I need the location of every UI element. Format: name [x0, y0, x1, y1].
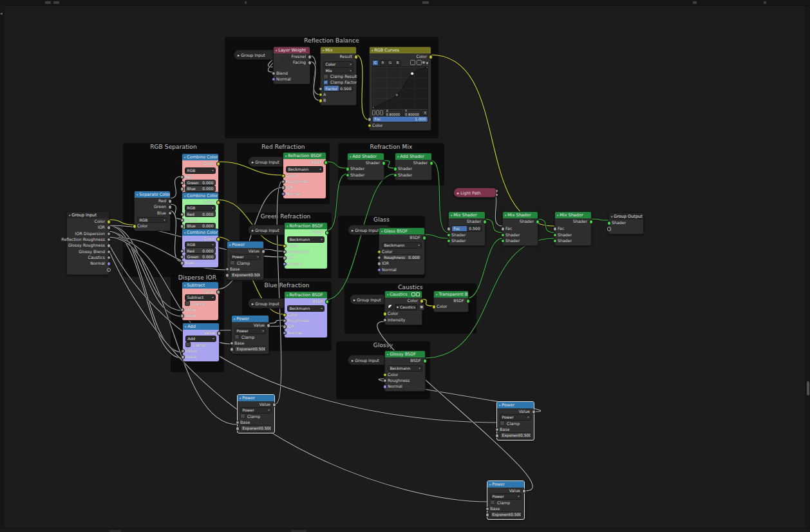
dropdown[interactable]: Mix▾: [323, 67, 353, 73]
socket-input-color[interactable]: [283, 313, 287, 317]
socket-output[interactable]: [495, 193, 498, 196]
socket-input-fac[interactable]: [368, 117, 372, 121]
slider-exponent[interactable]: Exponent0.500: [500, 432, 531, 439]
node-header[interactable]: ▾Power: [232, 316, 268, 322]
socket-input-roughness[interactable]: [377, 256, 381, 260]
collapse-icon[interactable]: ▾: [350, 155, 351, 158]
socket-input-color[interactable]: [383, 312, 387, 316]
socket-input-fac[interactable]: [501, 227, 505, 231]
socket-input-shader[interactable]: [501, 239, 505, 243]
socket-input-shader[interactable]: [393, 167, 397, 171]
slider-roughness[interactable]: Roughness0.000: [382, 254, 422, 261]
socket-input-fac[interactable]: [447, 227, 451, 231]
socket-input-normal[interactable]: [281, 192, 285, 196]
socket-input-green[interactable]: [180, 218, 184, 222]
socket-input-shader[interactable]: [607, 221, 611, 225]
collapse-icon[interactable]: ▸: [252, 228, 254, 233]
node-combine-color-blue[interactable]: ▾Combine ColorColorRGB▾Red0.000Green0.00…: [182, 229, 219, 268]
collapse-icon[interactable]: ▾: [387, 353, 388, 356]
socket-output-ior[interactable]: [107, 225, 111, 229]
collapse-icon[interactable]: ▾: [287, 225, 288, 228]
node-refraction-bsdf-red[interactable]: ▾Refraction BSDFBSDFBeckmann▾ColorRoughn…: [283, 152, 326, 199]
channel-button-r[interactable]: R: [380, 60, 386, 66]
dropdown[interactable]: Subtract▾: [185, 294, 216, 301]
topbar-item[interactable]: [422, 1, 429, 4]
topbar-item[interactable]: [53, 1, 59, 4]
socket-input-value[interactable]: [181, 355, 185, 359]
socket-input-color[interactable]: [281, 174, 285, 178]
collapse-icon[interactable]: ▾: [69, 214, 70, 217]
socket-input-exponent[interactable]: [230, 347, 234, 351]
node-header[interactable]: ▾Power: [238, 395, 274, 401]
node-add-shader-1[interactable]: ▾Add ShaderShaderShaderShader: [347, 153, 384, 180]
collapse-icon[interactable]: ▸: [252, 160, 254, 164]
checkbox-clamp[interactable]: [500, 421, 505, 426]
node-header[interactable]: ▾Power: [227, 242, 263, 248]
slider-blue[interactable]: Blue0.000: [185, 185, 216, 192]
dropdown[interactable]: Power▾: [240, 407, 272, 413]
socket-input-value[interactable]: [180, 308, 184, 312]
delete-point-button[interactable]: X: [422, 110, 428, 117]
collapse-icon[interactable]: ▸: [353, 298, 355, 302]
scrollbar-thumb[interactable]: [807, 381, 809, 395]
socket-input-shader[interactable]: [346, 173, 350, 177]
socket-input-color[interactable]: [283, 244, 287, 248]
socket-input-value[interactable]: [181, 349, 185, 353]
socket-input-shader[interactable]: [553, 233, 557, 237]
socket-output[interactable]: [495, 189, 498, 193]
socket-input-factor[interactable]: [319, 87, 323, 91]
node-separate-color[interactable]: ▾Separate ColorRedGreenBlueRGB▾Color: [134, 191, 171, 231]
zoom-out-icon[interactable]: [380, 110, 383, 115]
node-header[interactable]: ▾Refraction BSDF: [283, 153, 326, 159]
dropdown[interactable]: Power▾: [234, 328, 266, 334]
slider-green[interactable]: Green0.000: [185, 180, 216, 186]
socket-output-value[interactable]: [532, 410, 536, 413]
node-header[interactable]: ▾Add Shader: [348, 153, 384, 160]
socket-output-color[interactable]: [216, 200, 220, 204]
socket-output-fresnel[interactable]: [308, 55, 312, 59]
socket-input-base[interactable]: [485, 507, 489, 511]
socket-output-value[interactable]: [522, 489, 526, 493]
sidebar-toggle-icon[interactable]: ◂: [0, 12, 3, 16]
socket-input-color[interactable]: [133, 224, 137, 228]
node-rgb-curves[interactable]: ▾RGB CurvesColorCRGB▾X 0.80000Y 0.80000X…: [369, 46, 431, 131]
socket-output-color[interactable]: [216, 237, 220, 241]
collapse-icon[interactable]: ▾: [489, 483, 491, 486]
node-refraction-bsdf-green[interactable]: ▾Refraction BSDFBSDFBeckmann▾ColorRoughn…: [284, 222, 328, 269]
dropdown[interactable]: Beckmann▾: [287, 236, 325, 243]
checkbox-clamp[interactable]: [185, 301, 190, 306]
socket-output-bsdf[interactable]: [423, 359, 427, 363]
chevron-down-icon[interactable]: ▾: [426, 61, 428, 65]
socket-output-shader[interactable]: [382, 161, 386, 165]
channel-button-b[interactable]: B: [395, 60, 401, 66]
collapse-icon[interactable]: ▾: [184, 195, 185, 198]
socket-input-a[interactable]: [319, 93, 323, 97]
node-group-output[interactable]: ▾Group OutputShader: [608, 213, 644, 234]
socket-input-color[interactable]: [432, 305, 436, 309]
socket-output-color[interactable]: [107, 220, 111, 223]
collapse-icon[interactable]: ▾: [184, 156, 185, 159]
node-header[interactable]: ▾Mix Shader: [503, 212, 538, 218]
node-header[interactable]: ▾Power: [497, 402, 534, 408]
node-transparent-bsdf[interactable]: ▾Transparent BSDFBSDFColor: [433, 290, 469, 312]
socket-output-shader[interactable]: [536, 220, 540, 223]
collapse-icon[interactable]: ▾: [372, 49, 373, 52]
node-power-2[interactable]: ▾PowerValuePower▾ClampBaseExponent0.500: [231, 315, 269, 354]
node-gi-reflection[interactable]: ▸Group Input: [234, 50, 279, 60]
collapse-icon[interactable]: ▸: [352, 358, 353, 363]
collapse-icon[interactable]: ▾: [499, 404, 500, 407]
socket-input-blue[interactable]: [180, 261, 184, 265]
socket-output-green[interactable]: [168, 205, 172, 209]
node-header[interactable]: ▾Separate Color: [135, 191, 170, 198]
topbar-item[interactable]: [45, 1, 51, 4]
node-group-input-main[interactable]: ▾Group InputColorIORIOR DispersionReflec…: [66, 211, 109, 275]
collapse-icon[interactable]: ▾: [184, 231, 185, 234]
slider-green[interactable]: Green0.000: [185, 254, 216, 260]
socket-output-value[interactable]: [216, 290, 220, 294]
collapse-icon[interactable]: ▾: [276, 49, 277, 52]
node-header[interactable]: ▾Mix Shader: [555, 212, 591, 218]
node-header[interactable]: ▾Glass BSDF: [379, 228, 424, 234]
slider-fac[interactable]: Fac0.500: [451, 225, 482, 232]
socket-input-normal[interactable]: [272, 77, 276, 81]
node-glass-bsdf[interactable]: ▾Glass BSDFBSDFBeckmann▾ColorRoughness0.…: [379, 227, 425, 275]
